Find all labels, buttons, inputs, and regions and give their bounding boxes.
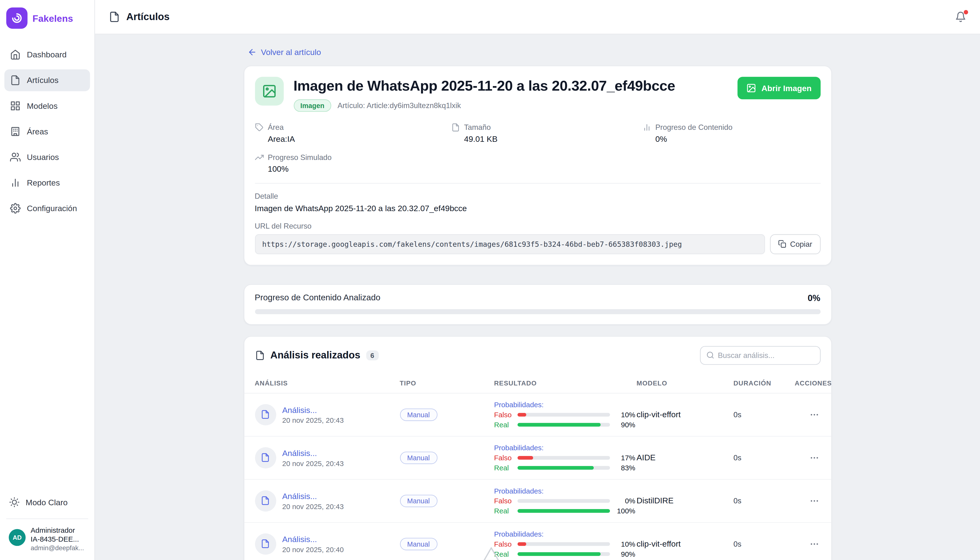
sun-icon xyxy=(9,497,19,507)
file-icon xyxy=(109,11,120,22)
back-link[interactable]: Volver al artículo xyxy=(247,48,321,57)
analysis-search[interactable] xyxy=(700,346,820,365)
copy-url-button[interactable]: Copiar xyxy=(770,234,820,254)
file-icon xyxy=(451,123,460,132)
table-row: Análisis... 20 nov 2025, 20:40 Manual Pr… xyxy=(244,523,831,560)
false-bar xyxy=(517,456,610,460)
model-name: AIDE xyxy=(637,453,734,462)
arrow-left-icon xyxy=(247,48,257,57)
building-icon xyxy=(10,126,20,137)
fakelens-logo-icon xyxy=(6,7,28,29)
model-name: DistilDIRE xyxy=(637,496,734,505)
analysis-date: 20 nov 2025, 20:43 xyxy=(282,503,344,510)
grid-icon xyxy=(10,101,20,111)
type-badge: Manual xyxy=(400,495,437,507)
sidebar-item-dashboard[interactable]: Dashboard xyxy=(4,44,90,65)
sidebar-item-reportes[interactable]: Reportes xyxy=(4,172,90,193)
meta-area: Área Area:IA xyxy=(255,123,451,143)
user-profile[interactable]: AD Administrador IA-8435-DEE... admin@de… xyxy=(6,518,88,552)
article-reference: Artículo: Article:dy6im3ultezn8kq1lxik xyxy=(337,101,461,110)
probabilities-label: Probabilidades: xyxy=(494,530,637,538)
probabilities-label: Probabilidades: xyxy=(494,444,637,452)
real-label: Real xyxy=(494,464,513,471)
real-percent: 90% xyxy=(614,550,636,558)
analysis-link[interactable]: Análisis... xyxy=(282,405,344,415)
sidebar-item-areas[interactable]: Áreas xyxy=(4,120,90,142)
sidebar-item-modelos[interactable]: Modelos xyxy=(4,95,90,117)
real-bar xyxy=(517,466,610,470)
search-input[interactable] xyxy=(718,351,814,360)
open-image-label: Abrir Imagen xyxy=(761,83,811,93)
real-percent: 90% xyxy=(614,421,636,428)
sidebar-item-label: Dashboard xyxy=(27,50,67,59)
file-icon xyxy=(10,75,20,85)
real-bar xyxy=(517,552,610,556)
sidebar-item-label: Usuarios xyxy=(27,152,59,162)
sidebar-item-configuracion[interactable]: Configuración xyxy=(4,197,90,219)
user-email: admin@deepfak... xyxy=(31,544,84,552)
sidebar-item-articulos[interactable]: Artículos xyxy=(4,69,90,91)
row-actions-button[interactable] xyxy=(809,539,820,549)
users-icon xyxy=(10,152,20,162)
bar-chart-icon xyxy=(10,177,20,188)
analysis-link[interactable]: Análisis... xyxy=(282,534,344,544)
detail-label: Detalle xyxy=(255,192,820,200)
notifications-button[interactable] xyxy=(955,11,967,22)
theme-toggle-label: Modo Claro xyxy=(26,498,68,507)
copy-icon xyxy=(778,240,786,248)
row-actions-button[interactable] xyxy=(809,410,820,420)
sidebar-item-label: Áreas xyxy=(27,127,48,136)
table-row: Análisis... 20 nov 2025, 20:43 Manual Pr… xyxy=(244,393,831,437)
image-icon xyxy=(746,83,756,93)
analysis-link[interactable]: Análisis... xyxy=(282,492,344,501)
resource-url[interactable]: https://storage.googleapis.com/fakelens/… xyxy=(255,234,765,254)
avatar: AD xyxy=(9,529,26,546)
app-screen: Fakelens Dashboard Artículos Modelos Áre… xyxy=(0,0,980,560)
sidebar-item-label: Configuración xyxy=(27,204,77,213)
user-name: Administrador xyxy=(31,527,84,534)
analysis-section-title: Análisis realizados xyxy=(270,350,360,361)
notification-dot xyxy=(964,10,968,14)
sidebar-nav: Dashboard Artículos Modelos Áreas Usuari… xyxy=(0,44,94,219)
type-badge: Manual xyxy=(400,408,437,421)
gear-icon xyxy=(10,203,20,213)
analysis-file-icon xyxy=(255,404,276,425)
open-image-button[interactable]: Abrir Imagen xyxy=(738,77,820,99)
bar-chart-icon xyxy=(642,123,651,132)
detail-block: Detalle Imagen de WhatsApp 2025-11-20 a … xyxy=(255,192,820,213)
type-badge: Manual xyxy=(400,452,437,464)
row-actions-button[interactable] xyxy=(809,496,820,506)
false-bar xyxy=(517,542,610,546)
file-icon xyxy=(255,350,265,360)
ellipsis-icon xyxy=(809,410,819,420)
home-icon xyxy=(10,49,20,60)
duration: 0s xyxy=(733,410,795,419)
probabilities-label: Probabilidades: xyxy=(494,487,637,495)
real-label: Real xyxy=(494,507,513,514)
meta-size: Tamaño 49.01 KB xyxy=(451,123,642,143)
sidebar-item-usuarios[interactable]: Usuarios xyxy=(4,146,90,168)
analysis-count-badge: 6 xyxy=(366,350,379,360)
false-label: Falso xyxy=(494,411,513,418)
trend-up-icon xyxy=(255,153,264,162)
tag-icon xyxy=(255,123,264,132)
real-bar xyxy=(517,423,610,427)
real-percent: 83% xyxy=(614,464,636,471)
row-actions-button[interactable] xyxy=(809,453,820,463)
analysis-link[interactable]: Análisis... xyxy=(282,448,344,458)
duration: 0s xyxy=(733,497,795,505)
meta-content-progress: Progreso de Contenido 0% xyxy=(642,123,820,143)
analyzed-progress-value: 0% xyxy=(808,293,820,303)
article-card: Imagen de WhatsApp 2025-11-20 a las 20.3… xyxy=(243,65,831,265)
theme-toggle[interactable]: Modo Claro xyxy=(6,492,88,512)
false-percent: 17% xyxy=(614,454,636,461)
analysis-file-icon xyxy=(255,533,276,555)
sidebar: Fakelens Dashboard Artículos Modelos Áre… xyxy=(0,0,95,560)
false-percent: 10% xyxy=(614,540,636,548)
analysis-date: 20 nov 2025, 20:40 xyxy=(282,546,344,553)
sidebar-item-label: Artículos xyxy=(27,75,58,85)
detail-value: Imagen de WhatsApp 2025-11-20 a las 20.3… xyxy=(255,203,820,213)
false-bar xyxy=(517,413,610,417)
type-badge: Imagen xyxy=(293,99,331,112)
divider xyxy=(255,183,820,183)
